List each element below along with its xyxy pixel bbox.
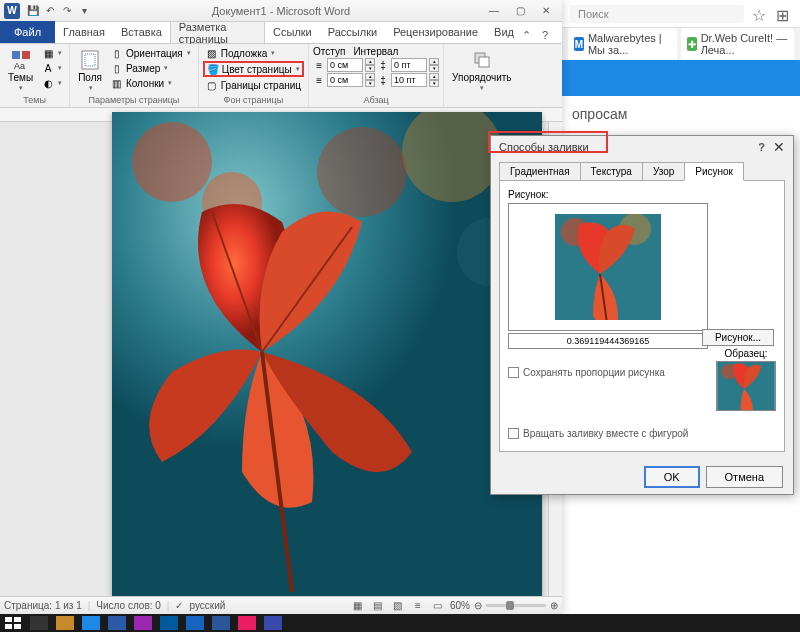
- extensions-icon[interactable]: ⊞: [776, 6, 792, 22]
- cancel-button[interactable]: Отмена: [706, 466, 783, 488]
- tab-insert[interactable]: Вставка: [113, 21, 170, 43]
- close-button[interactable]: ✕: [534, 3, 558, 19]
- qat-dropdown-icon[interactable]: ▾: [77, 4, 91, 18]
- page-color-button[interactable]: 🪣Цвет страницы▾: [203, 61, 304, 77]
- arrange-icon: [471, 49, 493, 71]
- status-language[interactable]: русский: [189, 600, 225, 611]
- theme-fonts-button[interactable]: A▾: [39, 61, 65, 75]
- borders-icon: ▢: [206, 79, 218, 91]
- help-icon[interactable]: ?: [542, 29, 556, 43]
- page[interactable]: [112, 112, 542, 596]
- view-draft-icon[interactable]: ▭: [430, 599, 446, 613]
- dialog-close-button[interactable]: ✕: [773, 139, 785, 155]
- indent-right-input[interactable]: [327, 73, 363, 87]
- spin-up[interactable]: ▴: [365, 73, 375, 80]
- tab-pattern[interactable]: Узор: [642, 162, 685, 181]
- tab-review[interactable]: Рецензирование: [385, 21, 486, 43]
- spin-down[interactable]: ▾: [429, 65, 439, 72]
- tab-home[interactable]: Главная: [55, 21, 113, 43]
- taskbar-app-icon[interactable]: [212, 616, 230, 630]
- spin-down[interactable]: ▾: [365, 65, 375, 72]
- zoom-value[interactable]: 60%: [450, 600, 470, 611]
- themes-button[interactable]: Aa Темы ▾: [4, 46, 37, 94]
- taskbar-app-icon[interactable]: [264, 616, 282, 630]
- tab-picture[interactable]: Рисунок: [684, 162, 744, 181]
- tab-texture[interactable]: Текстура: [580, 162, 643, 181]
- titlebar: W 💾 ↶ ↷ ▾ Документ1 - Microsoft Word ― ▢…: [0, 0, 562, 22]
- svg-rect-1: [22, 51, 30, 59]
- rotate-with-shape-label: Вращать заливку вместе с фигурой: [523, 428, 688, 439]
- spacing-after-input[interactable]: [391, 73, 427, 87]
- zoom-slider[interactable]: [486, 604, 546, 607]
- taskbar-app-icon[interactable]: [134, 616, 152, 630]
- undo-icon[interactable]: ↶: [43, 4, 57, 18]
- redo-icon[interactable]: ↷: [60, 4, 74, 18]
- tab-view[interactable]: Вид: [486, 21, 522, 43]
- view-print-layout-icon[interactable]: ▦: [350, 599, 366, 613]
- select-picture-button[interactable]: Рисунок...: [702, 329, 774, 346]
- proofing-icon[interactable]: ✓: [175, 600, 183, 611]
- arrange-button[interactable]: Упорядочить ▾: [448, 46, 516, 94]
- svg-rect-23: [14, 617, 21, 622]
- spin-up[interactable]: ▴: [365, 58, 375, 65]
- taskbar-app-icon[interactable]: [82, 616, 100, 630]
- status-word-count[interactable]: Число слов: 0: [96, 600, 160, 611]
- view-outline-icon[interactable]: ≡: [410, 599, 426, 613]
- save-icon[interactable]: 💾: [26, 4, 40, 18]
- browser-search[interactable]: Поиск: [570, 5, 744, 23]
- group-paragraph: Отступ Интервал ≡ ▴▾ ‡ ▴▾ ≡ ▴▾ ‡: [309, 44, 444, 107]
- view-web-icon[interactable]: ▧: [390, 599, 406, 613]
- indent-left-icon: ≡: [313, 59, 325, 71]
- taskbar-app-icon[interactable]: [108, 616, 126, 630]
- margins-label: Поля: [78, 72, 102, 83]
- minimize-ribbon-icon[interactable]: ⌃: [522, 29, 536, 43]
- tab-mailings[interactable]: Рассылки: [320, 21, 385, 43]
- spin-up[interactable]: ▴: [429, 58, 439, 65]
- zoom-in-button[interactable]: ⊕: [550, 600, 558, 611]
- bookmark-malwarebytes[interactable]: M Malwarebytes | Мы за...: [568, 28, 677, 60]
- spin-down[interactable]: ▾: [365, 80, 375, 87]
- ok-button[interactable]: OK: [644, 466, 700, 488]
- theme-colors-button[interactable]: ▦▾: [39, 46, 65, 60]
- indent-left-input[interactable]: [327, 58, 363, 72]
- bookmark-icon[interactable]: ☆: [752, 6, 768, 22]
- minimize-button[interactable]: ―: [482, 3, 506, 19]
- tab-gradient[interactable]: Градиентная: [499, 162, 581, 181]
- orientation-button[interactable]: ▯Ориентация▾: [108, 46, 194, 60]
- spin-down[interactable]: ▾: [429, 80, 439, 87]
- margins-button[interactable]: Поля ▾: [74, 46, 106, 94]
- zoom-handle[interactable]: [506, 601, 514, 610]
- document-area: [0, 108, 562, 596]
- taskbar-app-icon[interactable]: [30, 616, 48, 630]
- watermark-icon: ▨: [206, 47, 218, 59]
- effects-icon: ◐: [42, 77, 54, 89]
- taskbar-app-icon[interactable]: [238, 616, 256, 630]
- page-borders-button[interactable]: ▢Границы страниц: [203, 78, 304, 92]
- zoom-out-button[interactable]: ⊖: [474, 600, 482, 611]
- theme-effects-button[interactable]: ◐▾: [39, 76, 65, 90]
- columns-button[interactable]: ▥Колонки▾: [108, 76, 194, 90]
- spacing-before-input[interactable]: [391, 58, 427, 72]
- picture-path-display: 0.369119444369165: [508, 333, 708, 349]
- lock-aspect-label: Сохранять пропорции рисунка: [523, 367, 665, 378]
- view-reading-icon[interactable]: ▤: [370, 599, 386, 613]
- size-button[interactable]: ▯Размер▾: [108, 61, 194, 75]
- start-button-icon[interactable]: [4, 616, 22, 630]
- lock-aspect-checkbox[interactable]: [508, 367, 519, 378]
- status-page[interactable]: Страница: 1 из 1: [4, 600, 82, 611]
- tab-references[interactable]: Ссылки: [265, 21, 320, 43]
- rotate-with-shape-checkbox[interactable]: [508, 428, 519, 439]
- dialog-help-button[interactable]: ?: [758, 141, 765, 153]
- tab-page-layout[interactable]: Разметка страницы: [170, 21, 265, 43]
- taskbar-app-icon[interactable]: [56, 616, 74, 630]
- bookmark-drweb[interactable]: ✚ Dr.Web CureIt! — Леча...: [681, 28, 794, 60]
- watermark-button[interactable]: ▨Подложка▾: [203, 46, 304, 60]
- taskbar-app-icon[interactable]: [160, 616, 178, 630]
- file-tab[interactable]: Файл: [0, 21, 55, 43]
- group-label: Фон страницы: [203, 94, 304, 105]
- maximize-button[interactable]: ▢: [508, 3, 532, 19]
- group-page-setup: Поля ▾ ▯Ориентация▾ ▯Размер▾ ▥Колонки▾ П…: [70, 44, 199, 107]
- spin-up[interactable]: ▴: [429, 73, 439, 80]
- svg-rect-22: [5, 617, 12, 622]
- taskbar-app-icon[interactable]: [186, 616, 204, 630]
